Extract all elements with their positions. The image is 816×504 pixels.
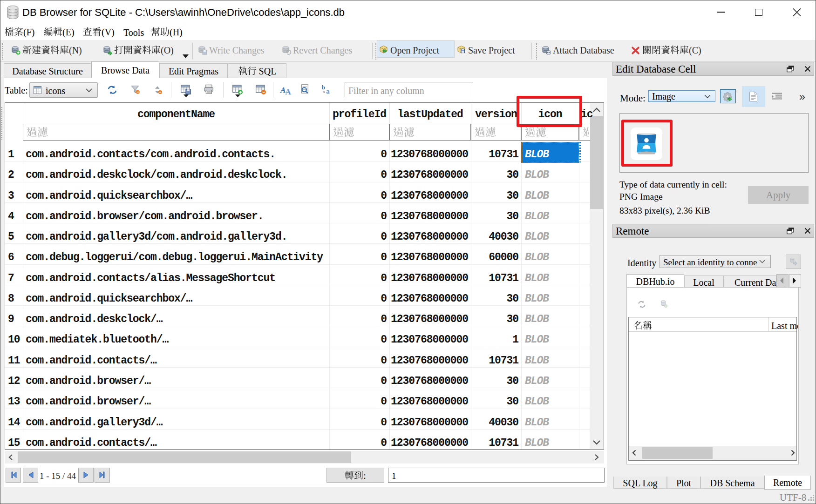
- svg-text:a: a: [326, 87, 330, 95]
- svg-text:A: A: [285, 87, 291, 96]
- svg-text:b: b: [322, 84, 325, 91]
